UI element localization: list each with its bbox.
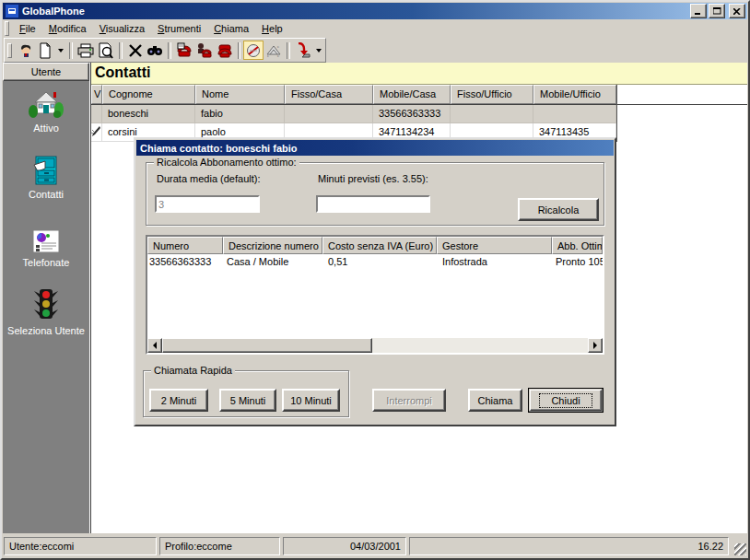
contacts-table-header: V Cognome Nome Fisso/Casa Mobile/Casa Fi… xyxy=(91,85,747,105)
call-user-icon[interactable] xyxy=(194,41,215,60)
scroll-right-button[interactable] xyxy=(588,338,603,353)
hang-up-icon[interactable] xyxy=(215,41,235,60)
minimize-button[interactable] xyxy=(690,4,707,18)
sidebar-item-contatti[interactable]: Contatti xyxy=(3,156,89,200)
print-icon[interactable] xyxy=(76,41,96,60)
menu-visualizza[interactable]: Visualizza xyxy=(93,21,151,36)
scroll-left-button[interactable] xyxy=(147,338,162,353)
status-bar: Utente:eccomi Profilo:eccome 04/03/2001 … xyxy=(3,535,747,557)
find-icon[interactable] xyxy=(146,41,166,60)
two-minuti-button[interactable]: 2 Minuti xyxy=(149,389,208,412)
column-header-mobile-casa[interactable]: Mobile/Casa xyxy=(373,85,451,104)
menu-modifica[interactable]: Modifica xyxy=(42,21,93,36)
compare-rates-icon[interactable]: ccc xyxy=(264,41,284,60)
column-header-fisso-casa[interactable]: Fisso/Casa xyxy=(285,85,373,104)
quick-call-legend: Chiamata Rapida xyxy=(151,365,235,376)
minutes-input[interactable] xyxy=(316,195,430,213)
menu-help[interactable]: Help xyxy=(255,21,289,36)
app-window: GlobalPhone File Modifica Visualizza Str… xyxy=(0,0,750,560)
toolbar-separator xyxy=(69,42,73,59)
column-header-mobile-ufficio[interactable]: Mobile/Ufficio xyxy=(533,85,616,104)
duration-input[interactable] xyxy=(155,195,260,213)
menubar-grip[interactable] xyxy=(5,21,9,36)
toolbar-separator xyxy=(238,42,241,59)
close-button[interactable] xyxy=(729,4,745,18)
minutes-label: Minuti previsti (es. 3.55): xyxy=(318,173,428,184)
cabinet-icon xyxy=(30,156,62,185)
pencil-icon xyxy=(91,125,101,137)
svg-text:c: c xyxy=(267,53,269,58)
status-user: Utente:eccomi xyxy=(4,537,157,555)
table-right-border xyxy=(616,85,617,142)
interrompi-button: Interrompi xyxy=(372,389,446,412)
dialog-titlebar[interactable]: Chiama contatto: boneschi fabio xyxy=(136,140,614,156)
import-export-icon[interactable] xyxy=(293,41,313,60)
new-document-icon[interactable] xyxy=(36,41,56,60)
five-minuti-button[interactable]: 5 Minuti xyxy=(219,389,276,412)
toolbar-separator xyxy=(119,42,123,59)
status-time: 16.22 xyxy=(409,537,729,555)
window-titlebar[interactable]: GlobalPhone xyxy=(3,3,747,19)
column-header-nome[interactable]: Nome xyxy=(195,85,285,104)
column-header-gestore[interactable]: Gestore xyxy=(437,237,552,254)
svg-text:c: c xyxy=(277,44,279,49)
sidebar-item-label: Telefonate xyxy=(3,257,89,268)
new-document-dropdown-icon[interactable] xyxy=(58,49,64,52)
sidebar-item-attivo[interactable]: Attivo xyxy=(3,89,89,134)
column-header-numero[interactable]: Numero xyxy=(147,237,223,254)
chiudi-button[interactable]: Chiudi xyxy=(528,388,604,413)
rates-table-row[interactable]: 33566363333 Casa / Mobile 0,51 Infostrad… xyxy=(147,254,603,270)
menu-chiama[interactable]: Chiama xyxy=(207,21,255,36)
column-header-descrizione[interactable]: Descrizione numero xyxy=(223,237,322,254)
delete-icon[interactable] xyxy=(125,41,146,60)
maximize-button[interactable] xyxy=(709,4,725,18)
call-contact-icon[interactable] xyxy=(174,41,194,60)
right-arrow-icon xyxy=(593,342,597,349)
sidebar-item-telefonate[interactable]: Telefonate xyxy=(3,229,89,268)
window-title: GlobalPhone xyxy=(22,6,688,17)
column-header-v[interactable]: V xyxy=(91,85,102,104)
toolbar-grip[interactable] xyxy=(7,43,12,58)
dialog-title: Chiama contatto: boneschi fabio xyxy=(140,143,298,154)
column-header-costo[interactable]: Costo senza IVA (Euro) xyxy=(322,237,437,254)
sidebar-group-utente[interactable]: Utente xyxy=(3,63,89,81)
toolbar-band: ccc xyxy=(4,38,326,63)
ten-minuti-button[interactable]: 10 Minuti xyxy=(282,389,340,412)
horizontal-scrollbar[interactable] xyxy=(147,338,603,353)
table-row[interactable]: boneschi fabio 33566363333 xyxy=(91,105,747,123)
sidebar-item-seleziona-utente[interactable]: Seleziona Utente xyxy=(3,288,89,336)
menu-file[interactable]: File xyxy=(13,21,42,36)
user-icon[interactable] xyxy=(16,41,36,60)
column-header-cognome[interactable]: Cognome xyxy=(102,85,195,104)
rates-table: Numero Descrizione numero Costo senza IV… xyxy=(146,235,604,355)
rates-table-header: Numero Descrizione numero Costo senza IV… xyxy=(147,237,603,254)
chiama-button[interactable]: Chiama xyxy=(468,389,522,412)
column-header-fisso-ufficio[interactable]: Fisso/Ufficio xyxy=(451,85,533,104)
scrollbar-thumb[interactable] xyxy=(162,338,372,353)
app-icon xyxy=(5,4,19,18)
toolbar-separator xyxy=(168,42,171,59)
call-contact-dialog: Chiama contatto: boneschi fabio Ricalcol… xyxy=(134,137,616,426)
recalc-group-legend: Ricalcola Abbonamento ottimo: xyxy=(154,157,299,168)
status-profile: Profilo:eccome xyxy=(159,537,280,555)
traffic-light-icon xyxy=(28,288,64,321)
toolbar: ccc xyxy=(3,38,747,63)
page-title: Contatti xyxy=(91,63,747,85)
print-preview-icon[interactable] xyxy=(96,41,116,60)
svg-text:c: c xyxy=(277,53,279,58)
ricalcola-button[interactable]: Ricalcola xyxy=(518,198,599,221)
call-report-icon xyxy=(30,229,62,253)
toolbar-separator xyxy=(287,42,290,59)
column-header-abb-ottimo[interactable]: Abb. Ottimo xyxy=(552,237,603,254)
left-arrow-icon xyxy=(153,342,157,349)
sidebar-item-label: Seleziona Utente xyxy=(3,325,89,336)
import-export-dropdown-icon[interactable] xyxy=(316,49,322,52)
sidebar: Utente Attivo Contatti Telefonate Selezi… xyxy=(3,63,90,533)
menu-bar: File Modifica Visualizza Strumenti Chiam… xyxy=(3,19,747,38)
block-list-icon[interactable] xyxy=(243,41,264,60)
sidebar-item-label: Contatti xyxy=(3,189,89,200)
house-icon xyxy=(29,89,64,119)
sidebar-item-label: Attivo xyxy=(3,122,89,134)
menu-strumenti[interactable]: Strumenti xyxy=(151,21,207,36)
resize-grip[interactable] xyxy=(734,543,746,555)
